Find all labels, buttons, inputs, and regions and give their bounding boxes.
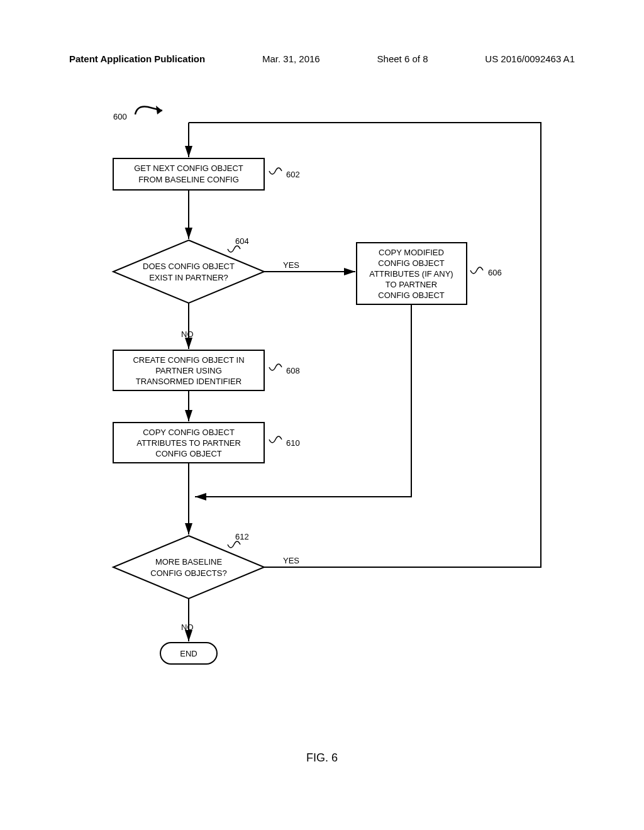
ref-612: 612 [235,532,249,541]
label-yes-612: YES [283,556,299,565]
figure-label: FIG. 6 [0,751,644,765]
node-604: DOES CONFIG OBJECT EXIST IN PARTNER? 604 [113,236,264,303]
node-608-line2: PARTNER USING [155,366,222,375]
diagram-ref-600: 600 [113,106,162,121]
svg-marker-2 [113,240,264,303]
ref-600: 600 [113,112,127,121]
edge-606-join [195,304,411,497]
node-606-line4: TO PARTNER [386,280,437,289]
label-no-612: NO [181,622,194,632]
node-604-line1: DOES CONFIG OBJECT [143,262,235,271]
node-606-line3: ATTRIBUTES (IF ANY) [369,269,453,279]
ref-602: 602 [286,170,300,179]
edge-604-606: YES [264,260,355,272]
ref-604: 604 [235,236,249,246]
svg-marker-8 [113,536,264,599]
ref-610: 610 [286,438,300,448]
node-606-line5: CONFIG OBJECT [378,290,445,300]
flowchart-diagram: 600 GET NEXT CONFIG OBJECT FROM BASELINE… [0,0,644,830]
node-606-line2: CONFIG OBJECT [378,258,445,268]
node-604-line2: EXIST IN PARTNER? [149,273,228,282]
node-612-line2: CONFIG OBJECTS? [150,568,226,578]
ref-608: 608 [286,366,300,375]
node-602-line2: FROM BASELINE CONFIG [138,175,239,184]
edge-612-end: NO [181,599,194,641]
node-606-line1: COPY MODIFIED [379,248,444,257]
node-612: MORE BASELINE CONFIG OBJECTS? 612 [113,532,264,599]
node-608: CREATE CONFIG OBJECT IN PARTNER USING TR… [113,350,300,390]
node-608-line1: CREATE CONFIG OBJECT IN [133,355,244,365]
node-612-line1: MORE BASELINE [155,557,223,567]
ref-606: 606 [488,268,502,277]
svg-marker-0 [156,106,162,114]
node-608-line3: TRANSORMED IDENTIFIER [136,377,242,386]
label-yes-604: YES [283,260,299,270]
node-610-line3: CONFIG OBJECT [155,449,222,458]
label-no-604: NO [181,329,194,339]
node-end-text: END [180,649,197,658]
node-610: COPY CONFIG OBJECT ATTRIBUTES TO PARTNER… [113,423,300,463]
edge-604-608: NO [181,303,194,349]
node-602-line1: GET NEXT CONFIG OBJECT [134,163,243,173]
node-606: COPY MODIFIED CONFIG OBJECT ATTRIBUTES (… [357,243,502,304]
node-end: END [160,643,217,664]
node-610-line2: ATTRIBUTES TO PARTNER [136,438,241,448]
node-602: GET NEXT CONFIG OBJECT FROM BASELINE CON… [113,158,300,190]
node-610-line1: COPY CONFIG OBJECT [143,428,235,437]
